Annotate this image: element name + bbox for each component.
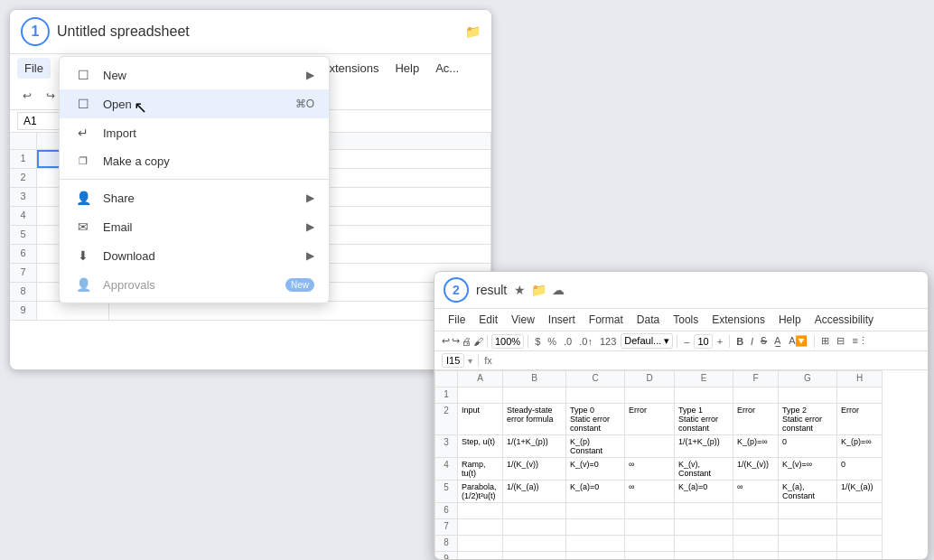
menu-item-download[interactable]: ⬇ Download ▶ <box>60 241 329 270</box>
w2-currency[interactable]: $ <box>532 335 543 348</box>
cell-f5[interactable]: ∞ <box>733 481 779 503</box>
cell-c8[interactable] <box>566 536 625 552</box>
cell-d2[interactable]: Error <box>625 404 675 435</box>
cell-f4[interactable]: 1/(K_(v)) <box>733 458 779 481</box>
w2-menu-tools[interactable]: Tools <box>667 311 705 329</box>
cell-d4[interactable]: ∞ <box>625 458 675 481</box>
cell-b4[interactable]: 1/(K_(v)) <box>503 458 566 481</box>
cell-a5[interactable]: Parabola,(1/2)t²u(t) <box>458 481 503 503</box>
w2-bold[interactable]: B <box>733 335 746 348</box>
w2-format-num[interactable]: 123 <box>597 335 619 348</box>
menu-item-email[interactable]: ✉ Email ▶ <box>60 212 329 241</box>
col-g[interactable]: G <box>779 371 837 387</box>
cell-g1[interactable] <box>779 387 837 404</box>
w2-menu-extensions[interactable]: Extensions <box>705 311 771 329</box>
cell-e7[interactable] <box>675 519 733 536</box>
cell-h3[interactable]: K_(p)=∞ <box>837 435 883 458</box>
cell-c6[interactable] <box>566 503 625 519</box>
menu-file[interactable]: File <box>17 58 51 79</box>
cell-g4[interactable]: K_(v)=∞ <box>779 458 837 481</box>
cell-e4[interactable]: K_(v),Constant <box>675 458 733 481</box>
menu-item-new[interactable]: ☐ New ▶ <box>60 61 329 89</box>
col-a[interactable]: A <box>458 371 503 387</box>
cell-c2[interactable]: Type 0Static errorconstant <box>566 404 625 435</box>
cell-g8[interactable] <box>779 536 837 552</box>
cell-b7[interactable] <box>503 519 566 536</box>
w2-undo-btn[interactable]: ↩ <box>442 335 450 347</box>
cell-e1[interactable] <box>675 387 733 404</box>
cell-f1[interactable] <box>733 387 779 404</box>
w2-menu-file[interactable]: File <box>442 311 472 329</box>
cell-h9[interactable] <box>837 552 883 561</box>
col-d[interactable]: D <box>625 371 675 387</box>
cell-a3[interactable]: Step, u(t) <box>458 435 503 458</box>
col-e[interactable]: E <box>675 371 733 387</box>
cell-h1[interactable] <box>837 387 883 404</box>
cell-d7[interactable] <box>625 519 675 536</box>
menu-item-import[interactable]: ↵ Import <box>60 118 329 147</box>
cell-c3[interactable]: K_(p)Constant <box>566 435 625 458</box>
w2-cell-ref[interactable]: I15 <box>442 353 464 368</box>
w2-menu-data[interactable]: Data <box>630 311 666 329</box>
menu-help[interactable]: Help <box>388 58 426 79</box>
w2-percent[interactable]: % <box>545 335 559 348</box>
w2-size[interactable]: 10 <box>694 334 712 349</box>
cell-b2[interactable]: Steady-stateerror formula <box>503 404 566 435</box>
cell-b8[interactable] <box>503 536 566 552</box>
menu-item-share[interactable]: 👤 Share ▶ <box>60 183 329 212</box>
cell-g9[interactable] <box>779 552 837 561</box>
cell-g7[interactable] <box>779 519 837 536</box>
cell-a8[interactable] <box>458 536 503 552</box>
undo-btn[interactable]: ↩ <box>17 86 37 106</box>
w2-menu-edit[interactable]: Edit <box>472 311 504 329</box>
w2-italic[interactable]: I <box>748 335 756 348</box>
col-b[interactable]: B <box>503 371 566 387</box>
cell-h6[interactable] <box>837 503 883 519</box>
star-icon[interactable]: ★ <box>514 283 526 297</box>
redo-btn[interactable]: ↪ <box>41 86 61 106</box>
cell-e6[interactable] <box>675 503 733 519</box>
cell-d9[interactable] <box>625 552 675 561</box>
cell-h4[interactable]: 0 <box>837 458 883 481</box>
cell-c4[interactable]: K_(v)=0 <box>566 458 625 481</box>
cell-a7[interactable] <box>458 519 503 536</box>
cell-d1[interactable] <box>625 387 675 404</box>
w2-minus[interactable]: – <box>681 335 692 348</box>
cell-e5[interactable]: K_(a)=0 <box>675 481 733 503</box>
cell-a1[interactable] <box>458 387 503 404</box>
cell-b3[interactable]: 1/(1+K_(p)) <box>503 435 566 458</box>
cell-c9[interactable] <box>566 552 625 561</box>
menu-item-open[interactable]: ☐ Open ⌘O <box>60 89 329 118</box>
w2-strikethrough[interactable]: S̶ <box>758 334 770 348</box>
w2-menu-format[interactable]: Format <box>583 311 630 329</box>
cell-h5[interactable]: 1/(K_(a)) <box>837 481 883 503</box>
cell-h7[interactable] <box>837 519 883 536</box>
folder-icon-2[interactable]: 📁 <box>531 283 546 297</box>
col-f[interactable]: F <box>733 371 779 387</box>
w2-paint-btn[interactable]: 🖌 <box>473 336 483 347</box>
w2-font[interactable]: Defaul... ▾ <box>621 333 673 349</box>
cell-g5[interactable]: K_(a),Constant <box>779 481 837 503</box>
col-c[interactable]: C <box>566 371 625 387</box>
w2-menu-accessibility[interactable]: Accessibility <box>808 311 880 329</box>
w2-menu-insert[interactable]: Insert <box>542 311 582 329</box>
cell-a4[interactable]: Ramp,tu(t) <box>458 458 503 481</box>
w2-menu-view[interactable]: View <box>505 311 541 329</box>
cell-f8[interactable] <box>733 536 779 552</box>
menu-ac[interactable]: Ac... <box>428 58 466 79</box>
cell-d3[interactable] <box>625 435 675 458</box>
cell-c5[interactable]: K_(a)=0 <box>566 481 625 503</box>
cell-f3[interactable]: K_(p)=∞ <box>733 435 779 458</box>
cell-9d[interactable] <box>37 302 109 320</box>
menu-item-approvals[interactable]: 👤 Approvals New <box>60 270 329 299</box>
cell-d6[interactable] <box>625 503 675 519</box>
cell-a6[interactable] <box>458 503 503 519</box>
w2-fill-color[interactable]: A🔽 <box>786 334 810 348</box>
cell-f6[interactable] <box>733 503 779 519</box>
cell-c1[interactable] <box>566 387 625 404</box>
cloud-icon[interactable]: ☁ <box>552 283 565 297</box>
cell-f2[interactable]: Error <box>733 404 779 435</box>
cell-ref-1[interactable]: A1 <box>17 112 62 130</box>
cell-d8[interactable] <box>625 536 675 552</box>
cell-h8[interactable] <box>837 536 883 552</box>
